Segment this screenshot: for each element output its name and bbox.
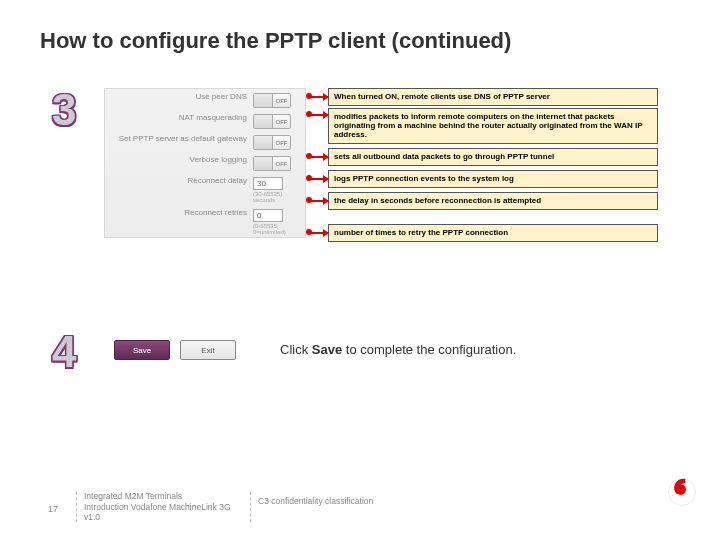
button-bar: Save Exit [114, 340, 236, 360]
callout-row: When turned ON, remote clients use DNS o… [308, 86, 658, 108]
step4-pre: Click [280, 342, 312, 357]
footer-line1: Integrated M2M Terminals [84, 491, 244, 501]
step-number-3: 3 [52, 88, 76, 132]
toggle-state: OFF [273, 94, 290, 107]
cfg-row-default-gw: Set PPTP server as default gateway OFF [105, 131, 305, 152]
arrow-icon [308, 178, 328, 180]
arrow-icon [308, 96, 328, 98]
arrow-icon [308, 200, 328, 202]
cfg-label: Reconnect delay [111, 177, 253, 186]
callout-nat: modifies packets to inform remote comput… [328, 108, 658, 144]
save-button[interactable]: Save [114, 340, 170, 360]
step4-bold: Save [312, 342, 342, 357]
callout-row: logs PPTP connection events to the syste… [308, 168, 658, 190]
cfg-label: Verbose logging [111, 156, 253, 165]
arrow-icon [308, 156, 328, 158]
toggle-nat[interactable]: OFF [253, 114, 291, 129]
cfg-row-verbose: Verbose logging OFF [105, 152, 305, 173]
page-title: How to configure the PPTP client (contin… [40, 28, 511, 54]
cfg-row-peer-dns: Use peer DNS OFF [105, 89, 305, 110]
footer-separator [250, 492, 251, 522]
toggle-state: OFF [273, 115, 290, 128]
cfg-label: NAT masquerading [111, 114, 253, 123]
callouts: When turned ON, remote clients use DNS o… [308, 86, 658, 244]
config-panel: Use peer DNS OFF NAT masquerading OFF Se… [104, 88, 306, 238]
callout-row: the delay in seconds before reconnection… [308, 190, 658, 212]
vodafone-logo-icon [668, 478, 696, 506]
toggle-peer-dns[interactable]: OFF [253, 93, 291, 108]
hint-reconnect-retries: (0-65535, 0=unlimited) [253, 223, 299, 235]
toggle-state: OFF [273, 157, 290, 170]
step4-post: to complete the configuration. [342, 342, 516, 357]
arrow-icon [308, 232, 328, 234]
callout-row: sets all outbound data packets to go thr… [308, 146, 658, 168]
footer-line2: Introduction Vodafone MachineLink 3G v1.… [84, 502, 244, 522]
footer: 17 Integrated M2M Terminals Introduction… [0, 488, 720, 522]
page-number: 17 [48, 504, 58, 514]
footer-col-2: C3 confidentiality classification [258, 496, 373, 506]
toggle-state: OFF [273, 136, 290, 149]
footer-separator [76, 492, 77, 522]
callout-row: modifies packets to inform remote comput… [308, 108, 658, 141]
cfg-row-reconnect-delay: Reconnect delay (30-65535) seconds [105, 173, 305, 205]
callout-default-gw: sets all outbound data packets to go thr… [328, 148, 658, 165]
hint-reconnect-delay: (30-65535) seconds [253, 191, 299, 203]
step4-instruction: Click Save to complete the configuration… [280, 342, 516, 357]
callout-peer-dns: When turned ON, remote clients use DNS o… [328, 88, 658, 105]
footer-col-1: Integrated M2M Terminals Introduction Vo… [84, 491, 244, 522]
cfg-label: Use peer DNS [111, 93, 253, 102]
cfg-label: Set PPTP server as default gateway [111, 135, 253, 144]
cfg-row-reconnect-retries: Reconnect retries (0-65535, 0=unlimited) [105, 205, 305, 237]
toggle-default-gw[interactable]: OFF [253, 135, 291, 150]
input-reconnect-delay[interactable] [253, 177, 283, 190]
callout-reconnect-retries: number of times to retry the PPTP connec… [328, 224, 658, 241]
cfg-row-nat: NAT masquerading OFF [105, 110, 305, 131]
input-reconnect-retries[interactable] [253, 209, 283, 222]
toggle-verbose[interactable]: OFF [253, 156, 291, 171]
cfg-label: Reconnect retries [111, 209, 253, 218]
toggle-knob [254, 136, 273, 149]
exit-button[interactable]: Exit [180, 340, 236, 360]
toggle-knob [254, 94, 273, 107]
callout-reconnect-delay: the delay in seconds before reconnection… [328, 192, 658, 209]
arrow-icon [308, 114, 328, 116]
toggle-knob [254, 115, 273, 128]
callout-row: number of times to retry the PPTP connec… [308, 222, 658, 244]
callout-verbose: logs PPTP connection events to the syste… [328, 170, 658, 187]
toggle-knob [254, 157, 273, 170]
step-number-4: 4 [52, 330, 76, 374]
